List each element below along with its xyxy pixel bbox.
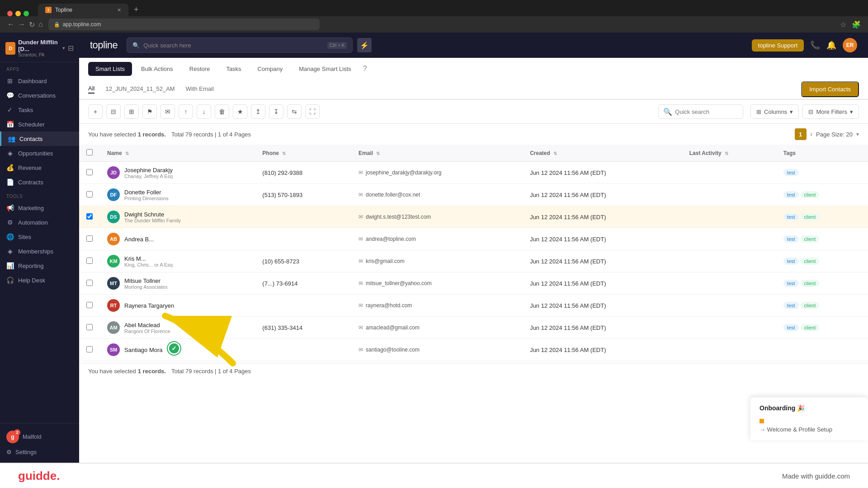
tag-client[interactable]: client [801,235,820,243]
phone-sort-icon[interactable]: ⇅ [282,151,286,156]
row-checkbox[interactable] [86,324,93,330]
org-selector[interactable]: D Dunder Mifflin [D... Scranton, PA ▾ [5,39,65,57]
tag-client[interactable]: client [801,324,820,331]
tab-close-btn[interactable]: ✕ [117,7,121,13]
table-search-input[interactable] [675,108,738,115]
maximize-window-btn[interactable] [24,11,29,16]
reload-btn[interactable]: ↻ [29,20,35,29]
name-sort-icon[interactable]: ⇅ [125,151,129,156]
help-icon[interactable]: ? [363,65,367,73]
row-checkbox[interactable] [86,235,93,242]
created-sort-icon[interactable]: ⇅ [553,151,557,156]
content-tab-12jun[interactable]: 12_JUN_2024_11_52_AM [105,85,175,93]
bell-icon[interactable]: 🔔 [826,40,836,50]
extensions-icon[interactable]: 🧩 [852,20,861,29]
tag-client[interactable]: client [801,213,820,221]
expand-btn[interactable]: ⛶ [305,104,320,119]
content-tab-all[interactable]: All [88,85,94,94]
table-row[interactable]: AM Abel Maclead Rangoni Of Florence (631… [79,317,868,339]
import-contacts-btn[interactable]: Import Contacts [801,81,859,97]
sidebar-item-memberships[interactable]: ◈ Memberships [0,244,79,258]
phone-icon[interactable]: 📞 [810,40,820,50]
tag-client[interactable]: client [801,280,820,287]
more-filters-btn[interactable]: ⊟ More Filters ▾ [802,104,859,119]
sidebar-item-contacts[interactable]: 👥 Contacts [0,131,79,146]
table-row[interactable]: JD Josephine Darakjy Chanay, Jeffrey A E… [79,162,868,184]
email-btn[interactable]: ✉ [160,104,175,119]
page-size-chevron-icon[interactable]: ▾ [856,131,859,137]
sidebar-item-marketing[interactable]: 📢 Marketing [0,201,79,215]
bookmark-icon[interactable]: ☆ [840,20,846,29]
row-checkbox[interactable] [86,258,93,264]
flag-btn[interactable]: ⚑ [142,104,157,119]
sidebar-item-sites[interactable]: 🌐 Sites [0,230,79,244]
sidebar-item-scheduler[interactable]: 📅 Scheduler [0,117,79,131]
user-avatar[interactable]: ER [843,38,857,52]
table-search-bar[interactable]: 🔍 [658,104,743,119]
tag-test[interactable]: test [783,169,799,176]
table-row[interactable]: RT Raynera Targaryen ✉ raynera@hotd.com … [79,295,868,317]
filter-btn[interactable]: ⊟ [106,104,121,119]
tab-manage-smart-lists[interactable]: Manage Smart Lists [292,62,359,76]
table-row[interactable]: AB Andrea B... ✉ andrea@topline.com Jun … [79,228,868,250]
tag-test[interactable]: test [783,280,799,287]
onboarding-link[interactable]: → Welcome & Profile Setup [760,426,859,433]
export-btn[interactable]: ↥ [251,104,265,119]
row-checkbox[interactable] [86,280,93,286]
global-search-bar[interactable]: 🔍 Quick search here Ctrl + K [127,38,353,53]
tag-test[interactable]: test [783,302,799,309]
sidebar-item-helpdesk[interactable]: 🎧 Help Desk [0,273,79,287]
sidebar-item-conversations[interactable]: 💬 Conversations [0,88,79,103]
row-checkbox[interactable] [86,191,93,197]
forward-btn[interactable]: → [18,20,25,29]
table-row[interactable]: DF Donette Foller Printing Dimensions (5… [79,184,868,206]
url-bar[interactable]: 🔒 app.topline.com [48,19,320,30]
columns-btn[interactable]: ⊞ Columns ▾ [750,104,799,119]
sidebar-toggle-btn[interactable]: ⊟ [68,44,74,52]
sidebar-item-opportunities[interactable]: ◈ Opportunities [0,146,79,160]
row-checkbox[interactable] [86,169,93,175]
close-window-btn[interactable] [7,11,13,16]
next-page-btn[interactable]: › [810,130,812,138]
tag-test[interactable]: test [783,191,799,198]
tab-tasks[interactable]: Tasks [219,62,248,76]
support-button[interactable]: topline Support [752,39,804,52]
tag-client[interactable]: client [801,258,820,265]
table-row[interactable]: DS Dwight Schrute The Dunder Mifflin Fam… [79,206,868,228]
row-checkbox[interactable] [86,213,93,220]
sidebar-item-tasks[interactable]: ✓ Tasks [0,103,79,117]
tab-smart-lists[interactable]: Smart Lists [88,62,132,76]
lightning-btn[interactable]: ⚡ [357,38,372,52]
new-tab-btn[interactable]: + [130,3,142,16]
tab-bulk-actions[interactable]: Bulk Actions [134,62,180,76]
mailbox-item[interactable]: g 2 Mailfold [5,428,74,446]
table-row[interactable]: MT Mitsue Tollner Morlong Associates (7.… [79,272,868,295]
star-btn[interactable]: ★ [233,104,247,119]
tag-test[interactable]: test [783,258,799,265]
tag-client[interactable]: client [801,191,820,198]
email-sort-icon[interactable]: ⇅ [376,151,380,156]
sidebar-item-contracts[interactable]: 📄 Contracts [0,175,79,189]
add-contact-btn[interactable]: + [88,104,103,119]
activity-sort-icon[interactable]: ⇅ [725,151,728,156]
minimize-window-btn[interactable] [15,11,21,16]
row-checkbox[interactable] [86,346,93,352]
page-size-label[interactable]: Page Size: 20 [816,131,853,138]
tag-test[interactable]: test [783,213,799,221]
content-tab-with-email[interactable]: With Email [186,85,214,93]
tab-company[interactable]: Company [250,62,290,76]
row-checkbox[interactable] [86,302,93,308]
table-row[interactable]: KM Kris M... King, Chris... or A Esq (10… [79,250,868,272]
table-row[interactable]: SM Santiago Mora ✉ santiago@tooline.com … [79,339,868,361]
tag-test[interactable]: test [783,324,799,331]
browser-tab[interactable]: t Topline ✕ [38,4,128,16]
group-btn[interactable]: ⊞ [124,104,139,119]
merge-btn[interactable]: ⇆ [287,104,302,119]
trash-btn[interactable]: 🗑 [215,104,229,119]
sidebar-item-automation[interactable]: ⚙ Automation [0,215,79,230]
select-all-checkbox[interactable] [86,149,93,155]
tag-test[interactable]: test [783,235,799,243]
tab-restore[interactable]: Restore [182,62,217,76]
download-btn[interactable]: ↓ [197,104,211,119]
sidebar-item-dashboard[interactable]: ⊞ Dashboard [0,74,79,88]
